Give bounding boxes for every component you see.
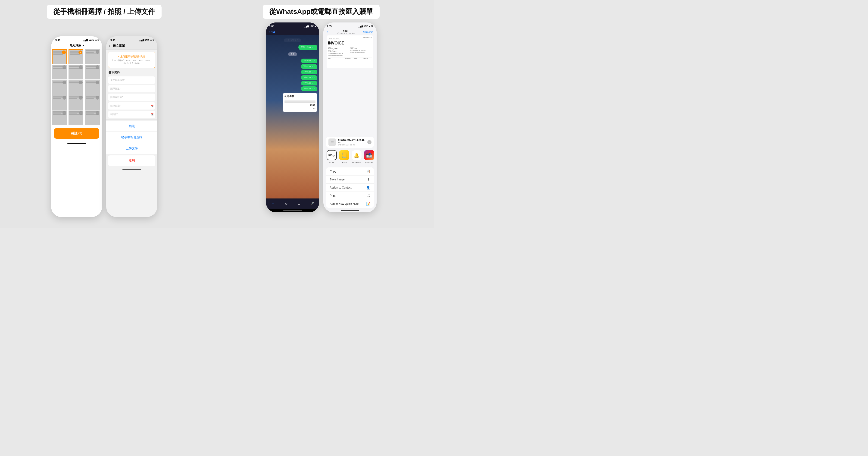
copy-label: Copy <box>330 170 336 173</box>
album-cell-14[interactable] <box>68 111 83 125</box>
field-invoice-num[interactable]: 廠戶賬單編號* <box>108 77 155 84</box>
msg-bubble-5: 下午 9:00 ✓✓ <box>301 75 317 80</box>
msg-time-3: 下午 9:00 <box>303 65 311 68</box>
share-action-copy[interactable]: Copy 📋 <box>326 168 374 176</box>
field-due-date[interactable]: 到期日* <box>108 111 155 118</box>
select-badge-3 <box>96 50 99 54</box>
album-cell-9[interactable] <box>85 80 100 95</box>
album-cell-7[interactable] <box>52 80 67 95</box>
chat-mic-btn[interactable]: 🎤 <box>310 202 314 206</box>
confirm-button[interactable]: 確認 (2) <box>54 128 99 139</box>
inv-logo: YOUR LOGO <box>328 37 340 40</box>
forward-btn[interactable]: ↪ <box>313 107 315 110</box>
build-invoice-header: ‹ 建立賬單 <box>106 42 157 50</box>
share-action-print[interactable]: Print 🖨 <box>326 192 374 200</box>
album-header[interactable]: 最近項目 ▾ <box>51 42 102 49</box>
inv-title: INVOICE <box>328 41 372 45</box>
share-app-reminders[interactable]: 🔔 Reminders <box>351 150 362 163</box>
action-upload[interactable]: 上傳文件 <box>106 143 157 154</box>
share-app-instagram-label: Instagram <box>365 161 373 163</box>
chat-camera-btn[interactable]: ⊙ <box>298 202 301 206</box>
inv-col-qty: Quantity <box>345 58 354 59</box>
album-cell-5[interactable] <box>68 65 83 80</box>
upload-hint: 支持上傳格式：PDF、JPG、JPEG、PNG、BMP · 最大10MB · <box>110 59 153 65</box>
phone1-status-bar: 9:41 ▂▄▆ WiFi <box>51 36 102 42</box>
inv-table-header: Item Quantity Price Amount <box>328 57 372 60</box>
share-file-size: JPEG Image · 72 KB <box>338 144 365 146</box>
left-phones-pair: 9:41 ▂▄▆ WiFi 最近項目 ▾ 1 <box>51 23 157 217</box>
chat-number: 14 <box>271 30 275 34</box>
share-apps-row: KPay KPay 📒 Notes 🔔 <box>323 148 377 165</box>
svg-rect-3 <box>331 143 333 143</box>
left-section: 從手機相冊選擇 / 拍照 / 上傳文件 9:41 ▂▄▆ WiFi 最近項目 ▾ <box>0 0 208 228</box>
action-cancel[interactable]: 取消 <box>108 155 155 166</box>
invoice-total: $0.00 <box>284 104 315 106</box>
msg-bubble-7: 下午 9:00 ✓✓ <box>301 86 317 91</box>
album-cell-4[interactable] <box>52 65 67 80</box>
quick-note-label: Add to New Quick Note <box>330 202 359 206</box>
msg-time-4: 下午 9:00 <box>303 71 311 73</box>
album-cell-12[interactable] <box>85 95 100 110</box>
phone4-back-btn[interactable]: ‹ <box>327 30 328 34</box>
phone4-header-sub: 15/7/2024, 11:47 PM <box>336 32 355 34</box>
share-app-instagram[interactable]: 📸 Instagram <box>364 150 374 163</box>
right-section: 從WhatsApp或電郵直接匯入賬單 9:05 ▂▄▆ LTE ■ ‹ 14 <box>208 0 434 228</box>
upload-box[interactable]: + 上傳賬單智能識別內容 支持上傳格式：PDF、JPG、JPEG、PNG、BMP… <box>108 52 155 68</box>
phone4-time: 9:05 <box>327 25 332 28</box>
action-album[interactable]: 從手機相冊選擇 <box>106 132 157 143</box>
share-popup: PHOTO-2024-07-15-23-47-34 JPEG Image · 7… <box>323 134 377 212</box>
msg-bubble-6: 下午 9:00 ✓✓ <box>301 81 317 86</box>
assign-contact-icon: 👤 <box>366 186 370 189</box>
print-label: Print <box>330 194 336 197</box>
phone4-all-media-btn[interactable]: All media <box>363 31 373 33</box>
share-app-notes-label: Notes <box>342 161 346 163</box>
album-cell-10[interactable] <box>52 95 67 110</box>
field-invoice-date[interactable]: 賬單日期* <box>108 102 155 110</box>
msg-tick-1: ✓✓ <box>312 46 315 49</box>
phone-share: 9:05 ▂▄▆ LTE ■ 27 ‹ You 15/7/2024, 11:47… <box>323 23 377 212</box>
album-grid: 1 2 <box>51 49 102 125</box>
print-icon: 🖨 <box>367 194 370 197</box>
field-invoice-desc[interactable]: 賬單描述* <box>108 85 155 92</box>
field-invoice-payee[interactable]: 賬單收款方* <box>108 94 155 101</box>
right-phones-pair: 9:05 ▂▄▆ LTE ■ ‹ 14 1月13日 週六 下午 12:34 <box>266 23 377 212</box>
upload-btn-text: + 上傳賬單智能識別內容 <box>110 55 153 58</box>
phone1-time: 9:41 <box>55 39 60 41</box>
share-app-kpay-label: KPay <box>330 161 334 163</box>
chat-bottom-bar: ＋ ☺ ⊙ 🎤 <box>266 199 319 209</box>
phone2-status-bar: 9:41 ▂▄▆ LTE <box>106 36 157 42</box>
build-back-btn[interactable]: ‹ <box>109 44 110 48</box>
phone2-lte: LTE <box>145 39 149 41</box>
album-dropdown-arrow: ▾ <box>83 44 84 47</box>
phone4-battery-num: 27 <box>371 25 373 27</box>
album-cell-6[interactable] <box>85 65 100 80</box>
album-cell-1[interactable]: 1 <box>52 49 67 64</box>
share-app-notes[interactable]: 📒 Notes <box>339 150 349 163</box>
album-cell-13[interactable] <box>52 111 67 125</box>
today-badge: 今天 <box>288 52 297 56</box>
share-file-close-btn[interactable]: ✕ <box>367 140 372 144</box>
invoice-preview: YOUR LOGO NO. 000001 INVOICE Date: 02 Ju… <box>327 35 373 68</box>
share-app-kpay[interactable]: KPay KPay <box>327 150 337 163</box>
chat-emoji-btn[interactable]: ☺ <box>285 202 288 206</box>
share-action-save-image[interactable]: Save Image ⬇ <box>326 176 374 184</box>
share-action-assign-contact[interactable]: Assign to Contact 👤 <box>326 184 374 192</box>
album-cell-11[interactable] <box>68 95 83 110</box>
quick-note-icon: 📝 <box>366 202 370 206</box>
msg-bubble-3: 下午 9:00 ✓✓ <box>301 64 317 69</box>
build-title: 建立賬單 <box>113 44 125 48</box>
share-action-quick-note[interactable]: Add to New Quick Note 📝 <box>326 200 374 208</box>
chat-back-btn[interactable]: ‹ <box>269 30 270 34</box>
action-photo[interactable]: 拍照 <box>106 121 157 132</box>
album-cell-3[interactable] <box>85 49 100 64</box>
chat-add-btn[interactable]: ＋ <box>271 201 275 206</box>
album-cell-2[interactable]: 2 <box>68 49 83 64</box>
save-image-label: Save Image <box>330 178 345 181</box>
album-cell-15[interactable] <box>85 111 100 125</box>
album-cell-8[interactable] <box>68 80 83 95</box>
inv-col-amount: Amount <box>363 58 372 59</box>
chat-body: 1月13日 週六 下午 12:34 ✓✓ 今天 下午 9:00 ✓✓ 下午 9:… <box>266 35 319 199</box>
phone2-battery <box>150 39 153 41</box>
assign-contact-label: Assign to Contact <box>330 186 351 189</box>
right-header: 從WhatsApp或電郵直接匯入賬單 <box>263 5 379 19</box>
